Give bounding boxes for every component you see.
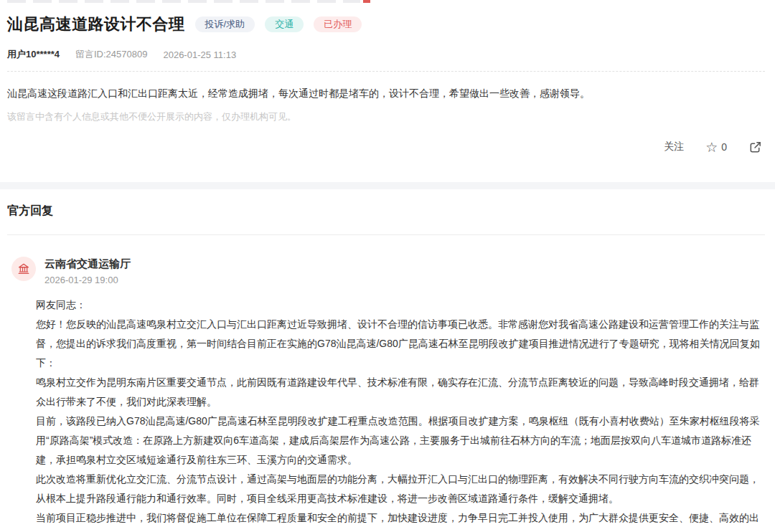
star-button[interactable]: ☆ 0 (705, 141, 727, 154)
reply-paragraph: 网友同志： (36, 295, 761, 315)
share-button[interactable] (748, 141, 762, 154)
reply-paragraph: 此次改造将重新优化立交汇流、分流节点设计，通过高架与地面层的功能分离，大幅拉开汇… (36, 470, 761, 508)
reply-paragraph: 您好！您反映的汕昆高速鸣泉村立交汇入口与汇出口距离过近导致拥堵、设计不合理的信访… (36, 315, 761, 373)
reply-section-title: 官方回复 (7, 204, 765, 219)
message-meta: 用户10*****4 留言ID:24570809 2026-01-25 11:1… (7, 48, 765, 61)
tag-status-processed: 已办理 (314, 16, 362, 32)
action-row: 关注 ☆ 0 (7, 138, 765, 156)
avatar (11, 257, 36, 281)
cropped-red-fragment (363, 0, 370, 3)
reply-body: 网友同志：您好！您反映的汕昆高速鸣泉村立交汇入口与汇出口距离过近导致拥堵、设计不… (7, 295, 765, 532)
star-count: 0 (721, 141, 727, 153)
cropped-content-fragment (7, 0, 380, 4)
tag-field-traffic[interactable]: 交通 (265, 16, 304, 32)
message-timestamp: 2026-01-25 11:13 (163, 49, 236, 60)
government-building-icon (17, 262, 30, 275)
star-icon: ☆ (705, 141, 718, 154)
page-title: 汕昆高速道路设计不合理 (7, 14, 185, 35)
official-reply-card: 官方回复 云南省交通运输厅 2026-01-29 19:00 网友同志：您好！您… (0, 189, 775, 532)
question-card: 汕昆高速道路设计不合理 投诉/求助 交通 已办理 用户10*****4 留言ID… (0, 4, 775, 182)
question-content: 汕昆高速这段道路汇入口和汇出口距离太近，经常造成拥堵，每次通过时都是堵车的，设计… (7, 85, 765, 102)
dashed-divider (7, 71, 765, 72)
reply-author-row: 云南省交通运输厅 2026-01-29 19:00 (7, 257, 765, 285)
follow-button[interactable]: 关注 (664, 141, 684, 153)
reply-paragraph: 鸣泉村立交作为昆明东南片区重要交通节点，此前因既有道路建设年代早、技术标准有限，… (36, 373, 761, 412)
section-separator (0, 182, 775, 189)
reply-paragraph: 当前项目正稳步推进中，我们将督促施工单位在保障工程质量和安全的前提下，加快建设进… (36, 508, 761, 532)
tag-complaint-type[interactable]: 投诉/求助 (195, 16, 255, 32)
username: 用户10*****4 (7, 48, 60, 61)
share-icon (748, 141, 762, 154)
reply-timestamp: 2026-01-29 19:00 (44, 275, 131, 285)
card-bottom-space (7, 156, 765, 182)
reply-paragraph: 目前，该路段已纳入G78汕昆高速/G80广昆高速石林至昆明段改扩建工程重点改造范… (36, 412, 761, 470)
reply-divider (7, 234, 765, 235)
privacy-note: 该留言中含有个人信息或其他不便公开展示的内容，仅办理机构可见。 (7, 110, 765, 123)
title-row: 汕昆高速道路设计不合理 投诉/求助 交通 已办理 (7, 14, 765, 35)
author-meta: 云南省交通运输厅 2026-01-29 19:00 (44, 257, 131, 285)
cropped-text-fragment (7, 0, 360, 3)
message-id: 留言ID:24570809 (75, 48, 147, 61)
agency-name: 云南省交通运输厅 (44, 257, 131, 271)
